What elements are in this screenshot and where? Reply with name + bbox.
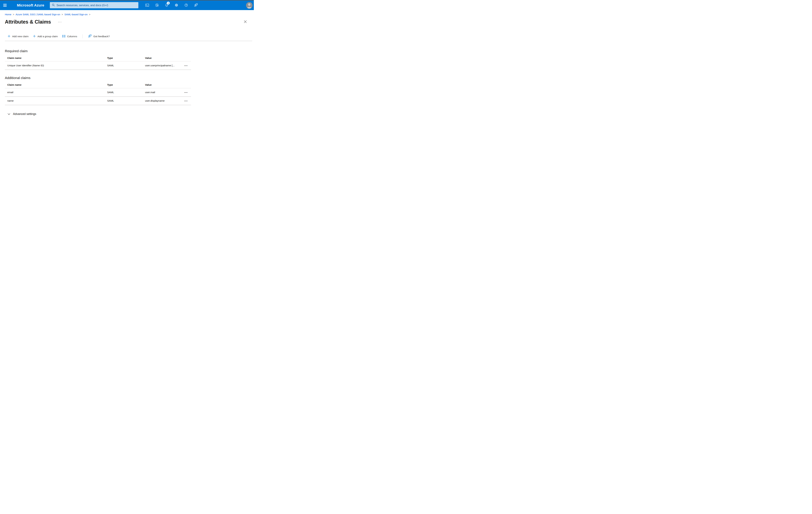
- additional-claims-heading: Additional claims: [5, 76, 254, 80]
- breadcrumb-app-sso[interactable]: Azure SAML SSO | SAML-based Sign-on: [16, 13, 60, 16]
- title-row: Attributes & Claims ···: [5, 19, 254, 25]
- notification-badge: 6: [167, 2, 170, 4]
- account-avatar[interactable]: [246, 2, 253, 9]
- add-new-claim-label: Add new claim: [12, 35, 29, 38]
- page-title: Attributes & Claims: [5, 19, 51, 25]
- column-header-claim-name: Claim name: [5, 57, 107, 59]
- add-group-claim-button[interactable]: Add a group claim: [33, 35, 58, 38]
- page-content: Home > Azure SAML SSO | SAML-based Sign-…: [0, 13, 254, 116]
- advanced-settings-label: Advanced settings: [13, 112, 36, 116]
- plus-icon: [8, 35, 10, 38]
- add-new-claim-button[interactable]: Add new claim: [8, 35, 29, 38]
- required-claim-table: Claim name Type Value Unique User Identi…: [5, 55, 191, 70]
- column-header-value: Value: [145, 83, 181, 86]
- settings-button[interactable]: [173, 2, 180, 9]
- global-search[interactable]: [50, 2, 138, 8]
- claim-type-cell: SAML: [107, 91, 145, 94]
- chevron-down-icon: [8, 112, 10, 116]
- column-header-type: Type: [107, 83, 145, 86]
- gear-icon: [175, 3, 178, 7]
- breadcrumb-separator: >: [89, 13, 90, 16]
- hamburger-menu-button[interactable]: [3, 0, 9, 10]
- breadcrumb-separator: >: [62, 13, 63, 16]
- got-feedback-button[interactable]: Got feedback?: [88, 34, 110, 38]
- breadcrumb-home[interactable]: Home: [5, 13, 11, 16]
- plus-icon: [33, 35, 36, 38]
- row-context-menu-button[interactable]: •••: [184, 90, 188, 94]
- columns-icon: [62, 35, 65, 38]
- cloud-shell-icon: [145, 3, 149, 7]
- breadcrumb-saml-signon[interactable]: SAML-based Sign-on: [64, 13, 88, 16]
- advanced-settings-expander[interactable]: Advanced settings: [8, 112, 36, 116]
- breadcrumb: Home > Azure SAML SSO | SAML-based Sign-…: [5, 13, 254, 16]
- directory-filter-icon: [155, 3, 159, 7]
- row-context-menu-button[interactable]: •••: [184, 63, 188, 67]
- claim-name-cell: name: [5, 99, 107, 102]
- required-claim-heading: Required claim: [5, 49, 254, 53]
- column-header-claim-name: Claim name: [5, 83, 107, 86]
- claim-type-cell: SAML: [107, 64, 145, 67]
- claim-value-cell: user.mail: [145, 91, 181, 94]
- close-blade-button[interactable]: [243, 20, 247, 24]
- claim-value-cell: user.userprincipalname [...: [145, 64, 181, 67]
- directory-filter-button[interactable]: [154, 2, 160, 9]
- got-feedback-label: Got feedback?: [93, 35, 110, 38]
- help-icon: ?: [184, 3, 188, 7]
- claim-name-cell: email: [5, 91, 107, 94]
- feedback-person-icon: [194, 3, 198, 7]
- command-bar: Add new claim Add a group claim: [5, 34, 254, 39]
- notifications-button[interactable]: 6: [163, 2, 170, 9]
- claim-type-cell: SAML: [107, 99, 145, 102]
- topbar-icons: 6: [144, 2, 199, 9]
- title-more-button[interactable]: ···: [58, 20, 62, 24]
- svg-text:?: ?: [185, 4, 186, 6]
- row-context-menu-button[interactable]: •••: [184, 99, 188, 103]
- table-header-row: Claim name Type Value: [5, 55, 191, 61]
- azure-brand-link[interactable]: Microsoft Azure: [17, 0, 44, 10]
- feedback-person-icon: [88, 34, 92, 38]
- close-icon: [244, 20, 247, 24]
- topbar: Microsoft Azure: [0, 0, 254, 10]
- column-header-value: Value: [145, 57, 181, 59]
- toolbar-underline: [5, 41, 252, 41]
- column-header-type: Type: [107, 57, 145, 59]
- feedback-button[interactable]: [193, 2, 199, 9]
- add-group-claim-label: Add a group claim: [37, 35, 58, 38]
- help-button[interactable]: ?: [183, 2, 190, 9]
- breadcrumb-separator: >: [13, 13, 14, 16]
- cloud-shell-button[interactable]: [144, 2, 150, 9]
- table-header-row: Claim name Type Value: [5, 81, 191, 88]
- search-icon: [52, 3, 55, 7]
- table-row-unique-user-identifier[interactable]: Unique User Identifier (Name ID) SAML us…: [5, 61, 191, 70]
- claim-name-cell: Unique User Identifier (Name ID): [5, 64, 107, 67]
- azure-portal-screen: Microsoft Azure: [0, 0, 254, 116]
- table-row-name[interactable]: name SAML user.displayname •••: [5, 97, 191, 105]
- additional-claims-table: Claim name Type Value email SAML user.ma…: [5, 81, 191, 105]
- table-row-email[interactable]: email SAML user.mail •••: [5, 88, 191, 97]
- claim-value-cell: user.displayname: [145, 99, 181, 102]
- columns-button[interactable]: Columns: [62, 35, 77, 38]
- columns-label: Columns: [67, 35, 77, 38]
- search-input[interactable]: [57, 4, 137, 7]
